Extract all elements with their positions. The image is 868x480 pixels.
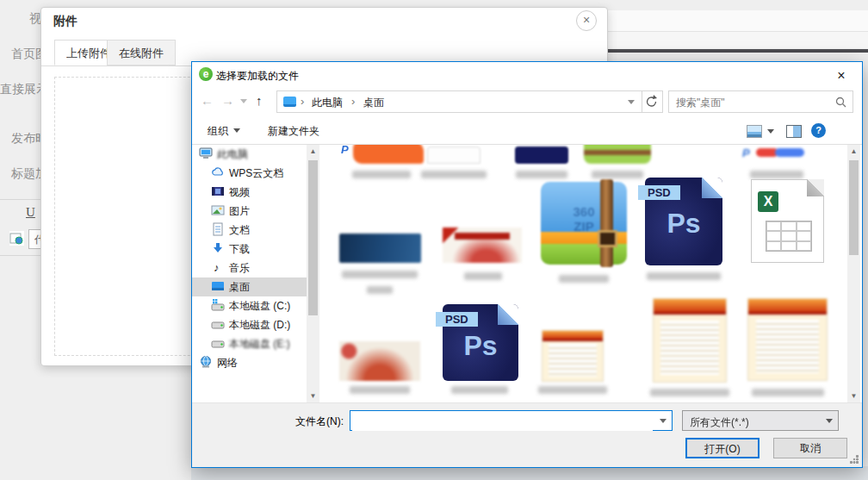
search-icon	[835, 97, 846, 108]
blurred-file-label	[516, 171, 567, 178]
file-item-6-banner-red[interactable]	[443, 228, 522, 263]
network-icon	[199, 355, 213, 369]
file-grid: PP360ZIPPsPSDX电子档案表单1.xlsPsPSD	[319, 145, 847, 402]
close-icon[interactable]: ×	[576, 10, 597, 31]
scroll-up-icon[interactable]: ▲	[847, 145, 860, 158]
sidebar-scrollbar[interactable]: ▲ ▼	[307, 145, 319, 402]
svg-text:♪: ♪	[214, 261, 220, 274]
search-placeholder: 搜索"桌面"	[676, 96, 725, 110]
desktop-icon	[211, 279, 225, 293]
history-chevron-icon[interactable]	[240, 99, 247, 103]
pc-icon	[199, 146, 213, 160]
resize-grip-icon[interactable]	[850, 455, 859, 464]
blurred-file-label	[367, 286, 393, 294]
filename-combo	[350, 410, 673, 431]
sidebar-item-label: 图片	[229, 205, 250, 217]
file-item-9-xls[interactable]: X	[751, 179, 824, 263]
cancel-button[interactable]: 取消	[773, 438, 847, 458]
blurred-file-label	[538, 386, 607, 394]
sidebar-scroll-thumb[interactable]	[308, 160, 318, 315]
refresh-icon	[642, 91, 661, 112]
help-icon[interactable]: ?	[811, 123, 826, 138]
address-bar: ← → ↑ › 此电脑 › 桌面 搜索"桌面"	[192, 88, 862, 118]
dialog-toolbar: 组织 新建文件夹 ?	[192, 118, 862, 145]
forward-button[interactable]: →	[221, 93, 234, 108]
browser-icon: e	[199, 67, 213, 81]
file-item-2-navy-bar[interactable]	[515, 146, 568, 164]
open-button[interactable]: 打开(O)	[685, 438, 760, 458]
file-dialog-title: 选择要加载的文件	[216, 69, 299, 84]
disk-icon	[211, 317, 225, 331]
file-item-10-banner-red2[interactable]	[339, 341, 420, 381]
scroll-down-icon[interactable]: ▼	[847, 390, 860, 402]
file-item-13-webpage[interactable]	[653, 298, 727, 383]
pictures-icon	[211, 203, 225, 217]
views-icon[interactable]	[747, 125, 762, 138]
filelist-scroll-thumb[interactable]	[849, 160, 859, 255]
underline-button[interactable]: U	[26, 205, 35, 220]
sidebar-item-5[interactable]: 下载	[192, 240, 307, 259]
sidebar-item-6[interactable]: ♪音乐	[192, 259, 307, 277]
back-button[interactable]: ←	[201, 93, 214, 108]
tab-online-attachment[interactable]: 在线附件	[107, 40, 176, 65]
sidebar-item-label: 本地磁盘 (E:)	[229, 338, 290, 350]
blurred-file-label	[350, 386, 410, 394]
sidebar-item-3[interactable]: 图片	[192, 202, 307, 221]
file-item-5-banner-blue[interactable]	[339, 234, 421, 263]
file-item-12-webpage[interactable]	[542, 330, 604, 382]
sidebar-item-label: 网络	[217, 357, 238, 369]
sidebar-item-10[interactable]: 本地磁盘 (E:)	[192, 334, 307, 353]
file-item-11-psd[interactable]: PsPSD	[443, 304, 518, 381]
sidebar-item-label: WPS云文档	[229, 167, 283, 179]
video-icon	[211, 184, 225, 198]
sidebar-item-label: 本地磁盘 (C:)	[229, 300, 290, 312]
file-item-8-psd[interactable]: PsPSD	[645, 178, 722, 265]
file-item-4-app[interactable]: P	[741, 145, 808, 164]
scroll-down-icon[interactable]: ▼	[307, 390, 319, 402]
up-button[interactable]: ↑	[256, 93, 263, 108]
breadcrumb-desktop[interactable]: 桌面	[363, 96, 384, 110]
blurred-file-label	[592, 171, 643, 178]
sidebar-item-label: 本地磁盘 (D:)	[229, 319, 290, 331]
address-chevron-icon[interactable]	[628, 100, 635, 104]
organize-chevron-icon	[233, 128, 240, 133]
search-input[interactable]: 搜索"桌面"	[668, 90, 853, 113]
breadcrumb[interactable]: › 此电脑 › 桌面	[276, 90, 642, 113]
refresh-button[interactable]	[642, 90, 663, 113]
cloud-icon	[211, 165, 225, 179]
sidebar-item-4[interactable]: 文档	[192, 221, 307, 240]
file-dialog-titlebar[interactable]: e 选择要加载的文件 ×	[192, 62, 862, 88]
new-folder-button[interactable]: 新建文件夹	[268, 124, 319, 139]
bg-divider	[603, 49, 868, 53]
organize-button[interactable]: 组织	[208, 124, 240, 139]
page-bottom-strip	[191, 466, 868, 480]
blurred-file-label	[752, 389, 824, 396]
sidebar-item-0[interactable]: 此电脑	[192, 145, 307, 164]
filelist-scrollbar[interactable]: ▲ ▼	[847, 145, 860, 402]
breadcrumb-separator: ›	[351, 95, 355, 108]
sidebar-item-11[interactable]: 网络	[192, 353, 307, 372]
sidebar-item-label: 此电脑	[217, 148, 248, 160]
insert-icon[interactable]	[9, 231, 24, 246]
sidebar-item-1[interactable]: WPS云文档	[192, 164, 307, 183]
file-item-7-zip360[interactable]: 360ZIP	[541, 182, 627, 265]
filetype-select[interactable]: 所有文件(*.*)	[682, 410, 839, 431]
sidebar-item-8[interactable]: 本地磁盘 (C:)	[192, 296, 307, 315]
scroll-up-icon[interactable]: ▲	[307, 145, 319, 158]
sidebar-item-label: 音乐	[229, 262, 250, 274]
blurred-file-label	[421, 171, 487, 178]
preview-pane-icon[interactable]	[786, 125, 802, 138]
disk-win-icon	[211, 298, 225, 312]
file-item-14-webpage[interactable]	[747, 298, 828, 381]
breadcrumb-this-pc[interactable]: 此电脑	[312, 96, 343, 110]
file-item-3-zip-sm[interactable]	[584, 145, 651, 164]
filename-input[interactable]	[352, 412, 653, 431]
sidebar-item-7[interactable]: 桌面	[192, 277, 307, 296]
sidebar-item-2[interactable]: 视频	[192, 183, 307, 202]
close-icon[interactable]: ×	[833, 67, 850, 84]
filename-chevron-icon[interactable]	[660, 419, 666, 423]
file-item-1-doc[interactable]	[427, 146, 480, 164]
sidebar-item-9[interactable]: 本地磁盘 (D:)	[192, 315, 307, 334]
views-chevron-icon[interactable]	[767, 129, 774, 134]
file-item-0-wps-orange[interactable]: P	[353, 145, 424, 164]
